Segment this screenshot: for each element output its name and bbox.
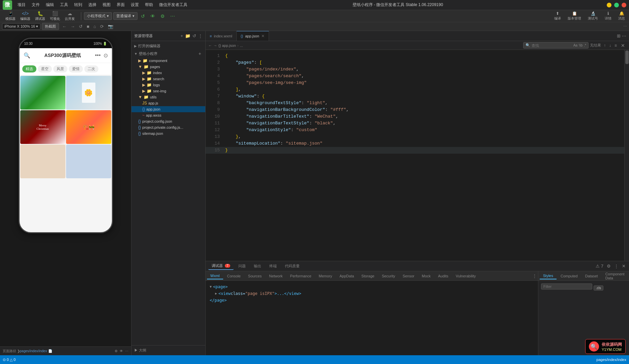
tree-item-index[interactable]: ▶ 📁 index [131, 70, 205, 76]
messages-btn[interactable]: 🔔 消息 [616, 10, 627, 22]
tab-aiqing[interactable]: 爱情 [69, 65, 83, 72]
tree-item-pages[interactable]: ▼ 📁 pages [131, 64, 205, 70]
visual-btn[interactable]: ⬛ 可视化 [48, 10, 62, 22]
devtool-tab-performance[interactable]: Performance [287, 273, 315, 279]
compile-dropdown[interactable]: 普通编译 ▾ [113, 12, 138, 20]
tree-item-seeimg[interactable]: ▶ 📁 see-img [131, 88, 205, 94]
hotspot-button[interactable]: 热截图 [42, 23, 59, 30]
details-btn[interactable]: ℹ 详情 [603, 10, 613, 22]
search-next-btn[interactable]: ↓ [608, 43, 612, 48]
nav-refresh-btn[interactable]: ↺ [77, 23, 84, 30]
nav-back-btn[interactable]: ← [60, 23, 68, 30]
nav-rotate-btn[interactable]: ⟳ [98, 23, 106, 30]
wxml-arrow-2[interactable]: ▶ [215, 290, 217, 297]
debugger-btn[interactable]: 🐛 调试器 [33, 10, 47, 22]
devtool-tab-vulnerability[interactable]: Vulnerability [452, 273, 479, 279]
settings-btn[interactable]: ⚙ [158, 13, 167, 20]
tree-item-appjs[interactable]: JS app.js [131, 100, 205, 106]
tab-issues[interactable]: 问题 [235, 263, 249, 270]
more-tabs-icon[interactable]: ⋯ [622, 33, 626, 38]
scrollbar-thumb[interactable] [625, 51, 629, 64]
add-file-icon[interactable]: + [180, 33, 183, 38]
opened-editors-section[interactable]: ▶ 打开的编辑器 [131, 42, 205, 50]
menu-project[interactable]: 项目 [16, 1, 27, 8]
tab-output[interactable]: 输出 [250, 263, 265, 270]
tab-debugger[interactable]: 调试器 7 [208, 262, 234, 270]
menu-select[interactable]: 选择 [87, 1, 98, 8]
wallpaper-item-4[interactable]: 🏗️🚧 [66, 110, 111, 144]
devtool-tab-security[interactable]: Security [379, 273, 399, 279]
search-icon-app[interactable]: 🔍 [24, 52, 30, 59]
wallpaper-item-1[interactable] [20, 76, 65, 110]
wallpaper-item-3[interactable]: MerryChristmas [20, 110, 65, 144]
wallpaper-item-2[interactable]: 🌼 [66, 76, 111, 110]
wxml-arrow-1[interactable]: ▼ [210, 283, 212, 290]
bottom-close-icon[interactable]: ✕ [621, 263, 626, 269]
devtool-tab-sensor[interactable]: Sensor [399, 273, 418, 279]
devtool-tab-audits[interactable]: Audits [435, 273, 452, 279]
menu-file[interactable]: 文件 [30, 1, 41, 8]
more-icon-bottom[interactable]: ⋯ [125, 349, 128, 353]
search-input[interactable] [532, 43, 572, 48]
tab-fengjing[interactable]: 风景 [53, 65, 67, 72]
circle-icon[interactable]: ⊙ [103, 52, 108, 59]
tab-index-wxml[interactable]: ≡ index.wxml [206, 31, 237, 41]
menu-help[interactable]: 帮助 [144, 1, 154, 8]
tree-item-appwxss[interactable]: ~ app.wxss [131, 112, 205, 118]
search-prev-btn[interactable]: ↑ [602, 43, 607, 48]
menu-wechat[interactable]: 微信开发者工具 [158, 1, 189, 8]
code-area[interactable]: 1 { 2 "pages": [ 3 "pages/index/index", … [206, 50, 624, 261]
tree-item-projectconfig[interactable]: {} project.config.json [131, 118, 205, 124]
test-btn[interactable]: 🔬 测试号 [586, 10, 600, 22]
search-options-btn[interactable]: ≡ [613, 43, 618, 48]
project-add-btn[interactable]: + [197, 51, 203, 57]
menu-interface[interactable]: 界面 [115, 1, 126, 8]
bottom-more-icon[interactable]: ⋮ [613, 263, 619, 269]
bc-arrow-fwd[interactable]: → [213, 43, 217, 48]
devtool-tab-sources[interactable]: Sources [245, 273, 265, 279]
collapse-tree-icon[interactable]: ⋮ [198, 33, 203, 38]
editor-scrollbar[interactable] [624, 50, 629, 261]
version-btn[interactable]: 📋 版本管理 [566, 10, 583, 22]
settings-icon-bottom[interactable]: ⚙ [115, 349, 118, 353]
nav-screenshot-btn[interactable]: 📷 [106, 23, 115, 30]
tree-item-search[interactable]: ▶ 📁 search [131, 76, 205, 82]
wallpaper-item-6[interactable] [66, 145, 111, 178]
devtools-more-icon[interactable]: ⋮ [533, 274, 537, 278]
menu-settings[interactable]: 设置 [129, 1, 140, 8]
tab-erce[interactable]: 二次 [84, 65, 98, 72]
whole-word-btn[interactable]: \\b [579, 43, 582, 47]
device-selector[interactable]: iPhone X 100% 16 ▾ [2, 23, 40, 30]
tree-item-appjson[interactable]: {} app.json [131, 106, 205, 112]
tab-code-quality[interactable]: 代码质量 [281, 263, 303, 270]
upload-btn[interactable]: ⬆ 编译 [552, 10, 563, 22]
page-path[interactable]: pages/index/index [20, 349, 47, 353]
editor-btn[interactable]: </> 编辑器 [18, 10, 32, 22]
add-folder-icon[interactable]: 📁 [185, 33, 190, 38]
tab-app-json[interactable]: {} app.json ✕ [237, 31, 269, 41]
menu-goto[interactable]: 转到 [73, 1, 84, 8]
split-editor-icon[interactable]: ⊞ [617, 33, 621, 38]
tree-item-sitemap[interactable]: {} sitemap.json [131, 130, 205, 136]
styles-tab-computed[interactable]: Computed [557, 273, 581, 279]
devtool-tab-wxml[interactable]: Wxml [207, 273, 223, 279]
minimize-button[interactable] [607, 3, 611, 7]
project-section[interactable]: ▼ 壁纸小程序 + [131, 50, 205, 58]
nav-forward-btn[interactable]: → [69, 23, 77, 30]
more-btn[interactable]: ⋯ [168, 13, 177, 20]
menu-dots-icon[interactable]: ••• [95, 52, 101, 59]
search-close-btn[interactable]: ✕ [620, 42, 626, 49]
tab-close-icon[interactable]: ✕ [261, 34, 265, 38]
tab-terminal[interactable]: 终端 [266, 263, 280, 270]
close-button[interactable] [622, 3, 626, 7]
case-sensitive-btn[interactable]: Aa [573, 43, 577, 47]
refresh-btn[interactable]: ↺ [139, 13, 147, 20]
styles-tab-componentdata[interactable]: Component Data [602, 271, 628, 281]
devtool-tab-network[interactable]: Network [266, 273, 286, 279]
tab-jingxuan[interactable]: 精选 [22, 65, 36, 72]
refresh-tree-icon[interactable]: ↺ [192, 33, 196, 38]
devtool-tab-appdata[interactable]: AppData [336, 273, 357, 279]
cloud-btn[interactable]: ☁ 云开发 [63, 10, 77, 22]
maximize-button[interactable] [614, 3, 619, 7]
devtool-tab-mock[interactable]: Mock [418, 273, 434, 279]
